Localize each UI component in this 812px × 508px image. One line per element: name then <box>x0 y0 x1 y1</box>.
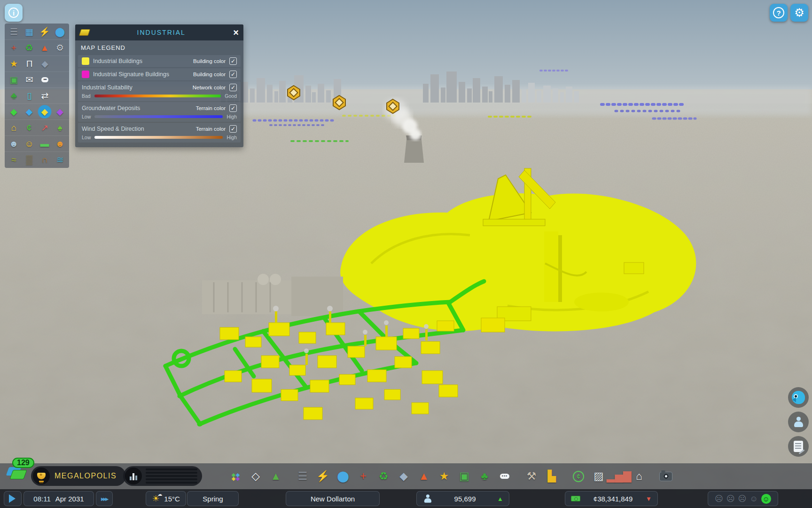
infoview-routes[interactable]: ↗ <box>37 121 53 135</box>
milestone-panel[interactable]: MEGALOPOLIS <box>31 466 126 486</box>
infoview-education[interactable]: ◆ <box>37 57 53 71</box>
happiness-face-dim: ☺ <box>750 495 757 503</box>
infoview-grid-row: ▣✉••• <box>5 72 69 88</box>
infoview-outside-connections[interactable]: ⇄ <box>37 89 53 103</box>
legend-row: Industrial Signature BuildingsBuilding c… <box>78 68 241 80</box>
roads-button[interactable]: ☰ <box>296 468 310 484</box>
infoview-land-value[interactable]: ¢ <box>22 121 37 135</box>
communications-button[interactable]: ••• <box>498 468 512 484</box>
progression-button[interactable]: ⌂ <box>632 468 646 484</box>
legend-checkbox[interactable]: ✓ <box>229 104 237 112</box>
legend-row-label: Wind Speed & Direction <box>82 126 192 132</box>
close-icon[interactable]: × <box>233 28 239 37</box>
money-panel[interactable]: ¢38,341,849 ▼ <box>565 491 658 506</box>
journal-button[interactable] <box>788 436 809 457</box>
citizen-info-button[interactable] <box>788 412 809 432</box>
routes-icon: ↗ <box>41 123 48 132</box>
population-panel[interactable]: 95,699 ▲ <box>416 491 509 506</box>
legend-checkbox[interactable]: ✓ <box>229 57 237 65</box>
electricity-button[interactable]: ⚡ <box>316 468 330 484</box>
infoview-residential-zones[interactable]: ◆ <box>6 105 22 119</box>
infoview-transportation[interactable]: ▣ <box>6 73 22 87</box>
infoview-healthcare[interactable]: + <box>6 41 22 55</box>
photo-mode-button[interactable] <box>659 468 673 484</box>
infoview-office-zones[interactable]: ◆ <box>52 105 68 119</box>
legend-checkbox[interactable]: ✓ <box>229 84 237 91</box>
terraforming-button[interactable]: ⚒ <box>524 468 539 484</box>
workers-icon: ☻ <box>55 139 65 148</box>
play-pause-button[interactable] <box>4 491 22 506</box>
landscaping-button[interactable]: ▲ <box>269 468 283 484</box>
map-tiles-button[interactable]: ▨ <box>592 468 606 484</box>
legend-checkbox[interactable]: ✓ <box>229 71 237 78</box>
garbage-button[interactable]: ♻ <box>376 468 390 484</box>
infoview-water[interactable]: ⬤ <box>52 25 68 39</box>
map-tiles-icon: ▨ <box>593 471 604 482</box>
bulldozer-button[interactable]: ▙ <box>545 468 559 484</box>
water-sewage-button[interactable]: ⬤ <box>336 468 350 484</box>
happiness-panel[interactable]: ☹☹☹☺☺ <box>708 491 778 506</box>
city-name: New Dollarton <box>311 495 355 503</box>
infoview-cash-flow[interactable]: ▬ <box>37 137 53 151</box>
infoview-communications[interactable]: ••• <box>37 73 53 87</box>
infoview-electricity[interactable]: ⚡ <box>37 25 53 39</box>
infoview-natural-resources[interactable]: ♠ <box>52 121 68 135</box>
infoview-industrial[interactable]: ◆ <box>37 105 53 119</box>
communications-icon: ••• <box>500 474 509 479</box>
chirper-button[interactable] <box>788 387 809 408</box>
infoview-air-pollution[interactable]: ≈ <box>6 153 22 167</box>
infoview-administration[interactable]: Π <box>22 57 37 71</box>
parks-recreation-icon: ♣ <box>481 471 488 482</box>
infoview-population[interactable]: ☻ <box>6 137 22 151</box>
infoview-police[interactable]: ★ <box>6 57 22 71</box>
transportation-button[interactable]: ▣ <box>457 468 471 484</box>
economy-button[interactable]: ¢ <box>571 468 586 484</box>
progression-panel[interactable] <box>123 466 202 486</box>
police-button[interactable]: ★ <box>437 468 451 484</box>
help-button[interactable]: ? <box>770 4 788 22</box>
infoview-water-pollution[interactable]: ≋ <box>52 153 68 167</box>
season-panel[interactable]: Spring <box>187 491 239 506</box>
infoview-roads[interactable]: ☰ <box>6 25 22 39</box>
level-badge: 129 <box>12 458 34 468</box>
toolbar-group <box>659 468 673 484</box>
infoview-land-use[interactable]: ⌂ <box>6 121 22 135</box>
infoviews-button[interactable]: i <box>5 4 23 22</box>
healthcare-button[interactable]: + <box>356 468 370 484</box>
infoview-tourism[interactable]: ▯ <box>22 89 37 103</box>
areas-icon: ◇ <box>251 471 260 482</box>
infoview-maintenance[interactable]: ⚙ <box>52 41 68 55</box>
fire-rescue-button[interactable]: ▲ <box>417 468 431 484</box>
infoview-transit-lines[interactable]: ▦ <box>22 25 37 39</box>
settings-button[interactable]: ⚙ <box>790 4 808 22</box>
education-button[interactable]: ◆ <box>397 468 411 484</box>
landscaping-icon: ▲ <box>271 471 281 482</box>
speed-button[interactable]: ▸▸▸ <box>96 491 113 506</box>
infoview-commercial-zones[interactable]: ◆ <box>22 105 37 119</box>
zoning-button[interactable]: ◆ <box>228 468 242 484</box>
legend-title: INDUSTRIAL <box>89 29 233 36</box>
journal-icon <box>794 441 803 452</box>
post-icon: ✉ <box>26 75 33 84</box>
police-icon: ★ <box>10 59 18 68</box>
infoview-fire-rescue[interactable]: ▲ <box>37 41 53 55</box>
legend-row: Industrial BuildingsBuilding color✓ <box>78 55 241 67</box>
legend-checkbox[interactable]: ✓ <box>229 125 237 133</box>
fast-forward-icon: ▸▸▸ <box>101 495 108 502</box>
areas-button[interactable]: ◇ <box>249 468 263 484</box>
infoview-parks-recreation[interactable]: ♣ <box>6 89 22 103</box>
infoview-post[interactable]: ✉ <box>22 73 37 87</box>
temperature-panel[interactable]: ☀ 15°C <box>146 491 186 506</box>
statistics-button[interactable]: ▂▅▇ <box>612 468 626 484</box>
infoview-happiness[interactable]: ☺ <box>22 137 37 151</box>
time-date-panel[interactable]: 08:11 Apr 2031 <box>23 491 94 506</box>
infoview-noise-pollution[interactable]: ∩ <box>37 153 53 167</box>
city-name-panel[interactable]: New Dollarton <box>286 491 380 506</box>
infoview-grid-row: +♻▲⚙ <box>5 40 69 56</box>
infoview-ground-pollution[interactable]: ▒ <box>22 153 37 167</box>
infoview-workers[interactable]: ☻ <box>52 137 68 151</box>
xp-level-indicator[interactable]: 129 <box>6 457 33 485</box>
parks-recreation-button[interactable]: ♣ <box>477 468 492 484</box>
infoview-garbage[interactable]: ♻ <box>22 41 37 55</box>
play-icon <box>9 494 20 503</box>
